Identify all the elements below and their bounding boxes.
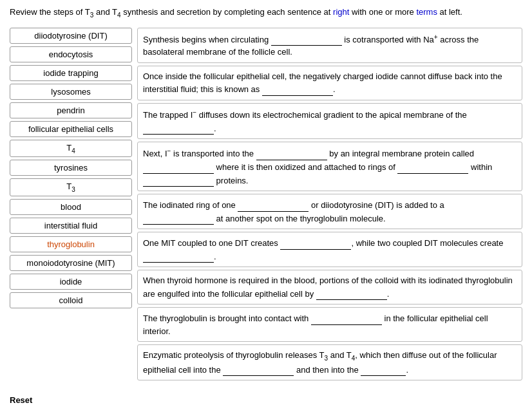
- instructions: Review the steps of T3 and T4 synthesis …: [10, 6, 522, 20]
- term-t4[interactable]: T4: [10, 140, 132, 158]
- sentence-s3: The trapped I− diffuses down its electro…: [137, 103, 522, 139]
- term-thyroglobulin[interactable]: thyroglobulin: [10, 236, 132, 252]
- term-pendrin[interactable]: pendrin: [10, 102, 132, 118]
- term-iodide-trapping[interactable]: iodide trapping: [10, 65, 132, 81]
- term-interstitial-fluid[interactable]: interstitial fluid: [10, 218, 132, 234]
- term-iodide[interactable]: iodide: [10, 274, 132, 290]
- sentence-s9: Enzymatic proteolysis of thyroglobulin r…: [137, 344, 522, 380]
- term-tyrosines[interactable]: tyrosines: [10, 160, 132, 176]
- main-layout: diiodotyrosine (DIT)endocytosisiodide tr…: [10, 28, 522, 381]
- term-follicular-epithelial-cells[interactable]: follicular epithelial cells: [10, 121, 132, 137]
- sentence-s2: Once inside the follicular epithelial ce…: [137, 66, 522, 100]
- term-mit[interactable]: monoiodotyrosine (MIT): [10, 255, 132, 271]
- reset-button[interactable]: Reset: [10, 395, 32, 405]
- sentence-s1: Synthesis begins when circulating is cot…: [137, 28, 522, 63]
- term-colloid[interactable]: colloid: [10, 292, 132, 308]
- term-endocytosis[interactable]: endocytosis: [10, 46, 132, 62]
- term-t3[interactable]: T3: [10, 178, 132, 196]
- sentence-s5: The iodinated ring of one or diiodotyros…: [137, 194, 522, 229]
- terms-column: diiodotyrosine (DIT)endocytosisiodide tr…: [10, 28, 132, 381]
- sentence-s4: Next, I− is transported into the by an i…: [137, 142, 522, 191]
- sentence-s8: The thyroglobulin is brought into contac…: [137, 307, 522, 342]
- term-dit[interactable]: diiodotyrosine (DIT): [10, 28, 132, 44]
- sentences-column: Synthesis begins when circulating is cot…: [137, 28, 522, 381]
- sentence-s7: When thyroid hormone is required in the …: [137, 270, 522, 304]
- term-blood[interactable]: blood: [10, 199, 132, 215]
- term-lysosomes[interactable]: lysosomes: [10, 84, 132, 100]
- sentence-s6: One MIT coupled to one DIT creates , whi…: [137, 232, 522, 267]
